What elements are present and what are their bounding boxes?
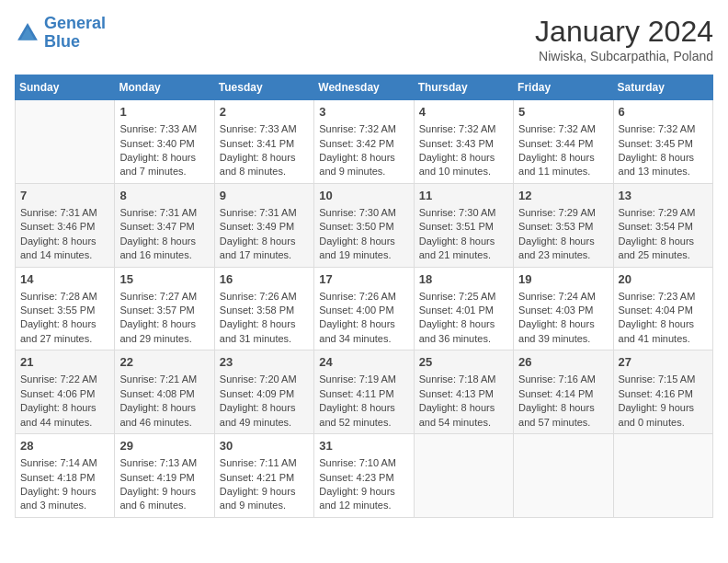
day-number: 24 [319, 354, 408, 371]
sunrise-time: Sunrise: 7:29 AM [518, 207, 596, 218]
daylight-hours: Daylight: 8 hours and 49 minutes. [220, 402, 296, 427]
calendar-cell: 20Sunrise: 7:23 AMSunset: 4:04 PMDayligh… [613, 267, 712, 350]
calendar-cell: 29Sunrise: 7:13 AMSunset: 4:19 PMDayligh… [115, 434, 214, 518]
header-wednesday: Wednesday [314, 75, 414, 100]
sunrise-time: Sunrise: 7:31 AM [20, 207, 97, 218]
header-friday: Friday [514, 75, 613, 100]
calendar-week-row: 28Sunrise: 7:14 AMSunset: 4:18 PMDayligh… [16, 434, 713, 518]
daylight-hours: Daylight: 8 hours and 52 minutes. [319, 402, 395, 427]
day-number: 2 [220, 104, 309, 121]
sunset-time: Sunset: 4:23 PM [319, 472, 393, 483]
calendar-cell: 3Sunrise: 7:32 AMSunset: 3:42 PMDaylight… [314, 100, 414, 184]
day-number: 28 [20, 438, 109, 454]
day-number: 30 [220, 438, 309, 454]
logo-icon [15, 20, 40, 46]
sunrise-time: Sunrise: 7:31 AM [119, 207, 197, 218]
daylight-hours: Daylight: 8 hours and 57 minutes. [518, 402, 595, 427]
calendar-cell: 25Sunrise: 7:18 AMSunset: 4:13 PMDayligh… [414, 350, 513, 434]
day-number: 17 [319, 271, 408, 288]
location-subtitle: Niwiska, Subcarpathia, Poland [535, 49, 713, 63]
daylight-hours: Daylight: 8 hours and 54 minutes. [419, 402, 495, 427]
daylight-hours: Daylight: 9 hours and 9 minutes. [220, 486, 296, 511]
sunset-time: Sunset: 4:09 PM [220, 388, 294, 399]
sunset-time: Sunset: 4:01 PM [419, 304, 494, 316]
sunrise-time: Sunrise: 7:32 AM [319, 123, 396, 134]
daylight-hours: Daylight: 8 hours and 9 minutes. [319, 152, 395, 177]
sunrise-time: Sunrise: 7:14 AM [20, 457, 97, 468]
day-number: 6 [619, 104, 708, 121]
sunrise-time: Sunrise: 7:29 AM [619, 207, 696, 218]
day-number: 1 [119, 104, 209, 121]
calendar-cell: 8Sunrise: 7:31 AMSunset: 3:47 PMDaylight… [115, 183, 214, 267]
daylight-hours: Daylight: 8 hours and 46 minutes. [119, 402, 196, 427]
sunrise-time: Sunrise: 7:32 AM [518, 123, 596, 134]
daylight-hours: Daylight: 8 hours and 11 minutes. [518, 152, 595, 177]
sunset-time: Sunset: 3:53 PM [518, 221, 593, 232]
daylight-hours: Daylight: 8 hours and 16 minutes. [119, 236, 196, 260]
sunset-time: Sunset: 3:50 PM [319, 221, 393, 232]
sunrise-time: Sunrise: 7:26 AM [319, 291, 396, 302]
sunset-time: Sunset: 3:45 PM [619, 138, 693, 149]
sunset-time: Sunset: 3:46 PM [20, 221, 95, 232]
calendar-cell [514, 434, 613, 518]
calendar-week-row: 14Sunrise: 7:28 AMSunset: 3:55 PMDayligh… [16, 267, 713, 350]
day-number: 4 [419, 104, 508, 121]
sunset-time: Sunset: 3:55 PM [20, 304, 95, 316]
calendar-table: SundayMondayTuesdayWednesdayThursdayFrid… [15, 75, 713, 518]
logo-line2: Blue [44, 32, 80, 51]
calendar-week-row: 1Sunrise: 7:33 AMSunset: 3:40 PMDaylight… [16, 100, 713, 184]
sunset-time: Sunset: 4:18 PM [20, 472, 95, 483]
daylight-hours: Daylight: 8 hours and 36 minutes. [419, 318, 495, 343]
header-thursday: Thursday [414, 75, 513, 100]
daylight-hours: Daylight: 8 hours and 41 minutes. [619, 318, 695, 343]
day-number: 15 [119, 271, 209, 288]
daylight-hours: Daylight: 8 hours and 21 minutes. [419, 236, 495, 260]
sunrise-time: Sunrise: 7:13 AM [119, 457, 197, 468]
calendar-week-row: 21Sunrise: 7:22 AMSunset: 4:06 PMDayligh… [16, 350, 713, 434]
title-block: January 2024 Niwiska, Subcarpathia, Pola… [535, 15, 713, 63]
sunset-time: Sunset: 3:54 PM [619, 221, 693, 232]
daylight-hours: Daylight: 8 hours and 8 minutes. [220, 152, 296, 177]
sunset-time: Sunset: 4:03 PM [518, 304, 593, 316]
sunrise-time: Sunrise: 7:28 AM [20, 291, 97, 302]
day-number: 14 [20, 271, 109, 288]
calendar-cell: 28Sunrise: 7:14 AMSunset: 4:18 PMDayligh… [16, 434, 115, 518]
day-number: 27 [619, 354, 708, 371]
day-number: 9 [220, 188, 309, 204]
sunrise-time: Sunrise: 7:25 AM [419, 291, 496, 302]
sunrise-time: Sunrise: 7:10 AM [319, 457, 396, 468]
sunrise-time: Sunrise: 7:20 AM [220, 373, 297, 385]
sunrise-time: Sunrise: 7:23 AM [619, 291, 696, 302]
calendar-cell: 9Sunrise: 7:31 AMSunset: 3:49 PMDaylight… [214, 183, 313, 267]
calendar-cell: 19Sunrise: 7:24 AMSunset: 4:03 PMDayligh… [514, 267, 613, 350]
sunrise-time: Sunrise: 7:19 AM [319, 373, 396, 385]
sunset-time: Sunset: 3:40 PM [119, 138, 194, 149]
calendar-cell: 18Sunrise: 7:25 AMSunset: 4:01 PMDayligh… [414, 267, 513, 350]
day-number: 19 [518, 271, 608, 288]
calendar-cell: 7Sunrise: 7:31 AMSunset: 3:46 PMDaylight… [16, 183, 115, 267]
daylight-hours: Daylight: 9 hours and 6 minutes. [119, 486, 196, 511]
daylight-hours: Daylight: 8 hours and 31 minutes. [220, 318, 296, 343]
logo-text: General Blue [44, 15, 106, 52]
calendar-cell: 10Sunrise: 7:30 AMSunset: 3:50 PMDayligh… [314, 183, 414, 267]
calendar-cell [613, 434, 712, 518]
sunset-time: Sunset: 4:11 PM [319, 388, 393, 399]
sunset-time: Sunset: 3:47 PM [119, 221, 194, 232]
header-monday: Monday [115, 75, 214, 100]
sunset-time: Sunset: 3:49 PM [220, 221, 294, 232]
sunrise-time: Sunrise: 7:16 AM [518, 373, 596, 385]
daylight-hours: Daylight: 8 hours and 23 minutes. [518, 236, 595, 260]
calendar-cell: 30Sunrise: 7:11 AMSunset: 4:21 PMDayligh… [214, 434, 313, 518]
daylight-hours: Daylight: 8 hours and 14 minutes. [20, 236, 97, 260]
sunset-time: Sunset: 4:13 PM [419, 388, 494, 399]
calendar-cell: 2Sunrise: 7:33 AMSunset: 3:41 PMDaylight… [214, 100, 313, 184]
daylight-hours: Daylight: 8 hours and 17 minutes. [220, 236, 296, 260]
daylight-hours: Daylight: 8 hours and 10 minutes. [419, 152, 495, 177]
day-number: 5 [518, 104, 608, 121]
sunset-time: Sunset: 4:00 PM [319, 304, 393, 316]
sunrise-time: Sunrise: 7:33 AM [220, 123, 297, 134]
daylight-hours: Daylight: 8 hours and 44 minutes. [20, 402, 97, 427]
sunrise-time: Sunrise: 7:18 AM [419, 373, 496, 385]
calendar-cell: 27Sunrise: 7:15 AMSunset: 4:16 PMDayligh… [613, 350, 712, 434]
sunrise-time: Sunrise: 7:30 AM [419, 207, 496, 218]
